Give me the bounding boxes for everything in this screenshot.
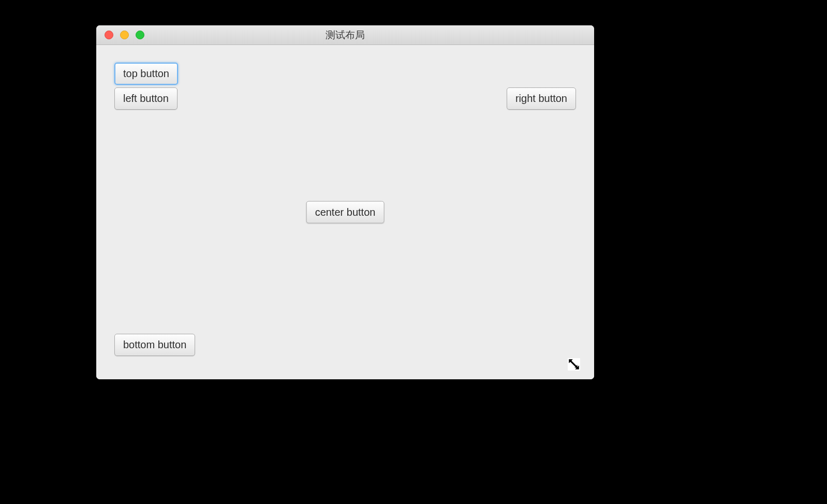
maximize-icon[interactable] (136, 31, 144, 39)
top-button[interactable]: top button (114, 63, 178, 85)
left-button[interactable]: left button (114, 87, 178, 110)
titlebar: 测试布局 (96, 25, 594, 45)
right-button[interactable]: right button (507, 87, 576, 110)
window: 测试布局 top button left button right button… (96, 25, 594, 379)
close-icon[interactable] (105, 31, 113, 39)
traffic-lights (105, 31, 144, 39)
minimize-icon[interactable] (120, 31, 129, 39)
bottom-button[interactable]: bottom button (114, 334, 195, 356)
resize-cursor-icon (567, 358, 581, 371)
svg-rect-0 (568, 358, 580, 370)
center-button[interactable]: center button (306, 201, 385, 224)
window-title: 测试布局 (96, 28, 594, 42)
content-area: top button left button right button cent… (96, 45, 594, 379)
